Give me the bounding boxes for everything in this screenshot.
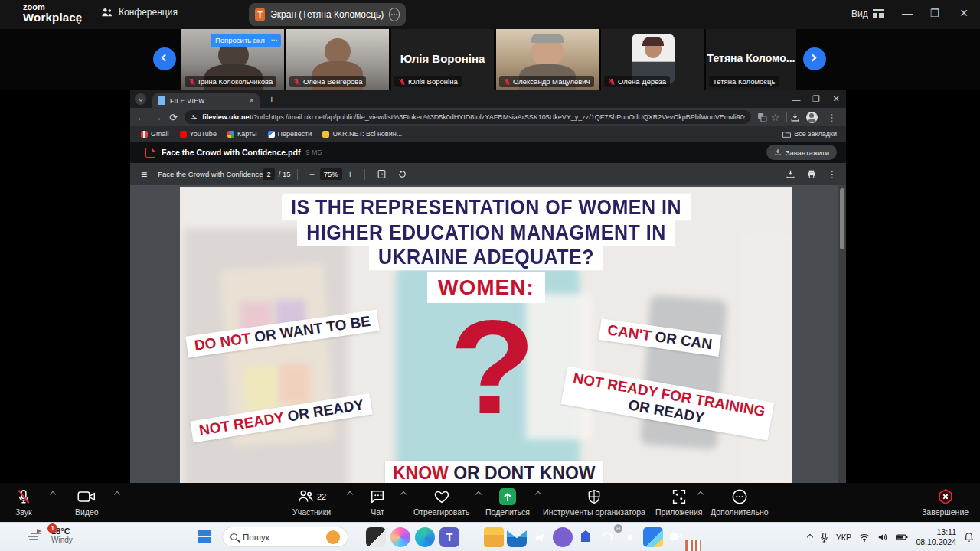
share-button[interactable]: Поделиться xyxy=(485,487,530,517)
tray-time: 13:11 xyxy=(937,527,957,536)
notifications-bell-icon[interactable] xyxy=(964,532,974,543)
bookmark-maps[interactable]: Карты xyxy=(227,130,257,138)
strip-next-button[interactable] xyxy=(803,47,826,70)
scrollbar-thumb[interactable] xyxy=(840,188,844,249)
file-explorer-button[interactable] xyxy=(484,527,504,547)
browser-maximize-button[interactable]: ❐ xyxy=(806,94,826,104)
ukrnet-icon xyxy=(322,131,329,138)
pdf-canvas[interactable]: IS THE REPRESENTATION OF WOMEN IN HIGHER… xyxy=(130,185,838,483)
bookmark-translate[interactable]: Перевести xyxy=(268,130,312,138)
ask-unmute-button[interactable]: Попросить вкл xyxy=(211,34,270,47)
forward-button[interactable]: → xyxy=(149,112,165,123)
audio-button[interactable]: Звук xyxy=(15,487,32,517)
zoom-out-button[interactable]: − xyxy=(309,169,315,180)
video-button[interactable]: Видео xyxy=(75,487,99,517)
tray-mic-icon[interactable] xyxy=(820,532,828,543)
photos-button[interactable] xyxy=(643,527,663,547)
maximize-button[interactable]: ❐ xyxy=(925,7,945,19)
language-indicator[interactable]: УКР xyxy=(836,533,852,542)
bookmark-star-icon[interactable]: ☆ xyxy=(767,112,783,123)
edge-button[interactable] xyxy=(415,527,435,547)
print-icon[interactable] xyxy=(806,169,817,179)
weather-widget[interactable]: 1 18°CWindy xyxy=(26,526,73,544)
viber-button[interactable] xyxy=(553,527,573,547)
meeting-tab[interactable]: Конференция xyxy=(101,7,178,18)
tray-expand-chevron[interactable] xyxy=(806,534,812,540)
participants-chevron[interactable] xyxy=(347,491,353,497)
tab-close-icon[interactable]: ✕ xyxy=(249,97,254,104)
translate-icon[interactable] xyxy=(757,112,767,122)
reload-button[interactable]: ⟳ xyxy=(165,112,181,123)
browser-window: FILE VIEW ✕ + — ❐ ✕ ← → ⟳ fileview.ukr.n… xyxy=(130,90,846,483)
search-box[interactable]: Пошук xyxy=(222,527,348,547)
logo-workplace: Workplace xyxy=(23,11,82,23)
share-chevron[interactable] xyxy=(535,491,541,497)
browser-minimize-button[interactable]: — xyxy=(786,95,806,104)
profile-avatar-icon[interactable] xyxy=(806,112,818,123)
apps-button[interactable]: Приложения xyxy=(655,487,702,517)
downloads-icon[interactable] xyxy=(790,112,800,122)
bookmark-gmail[interactable]: Gmail xyxy=(141,130,169,138)
screen-share-tab[interactable]: T Экран (Тетяна Коломоєць) ⋯ xyxy=(249,3,406,26)
chat-button[interactable]: Чат xyxy=(369,487,386,517)
audio-chevron[interactable] xyxy=(50,491,56,497)
chevron-down-icon[interactable] xyxy=(77,12,81,26)
fit-page-icon[interactable] xyxy=(377,169,387,179)
participant-tile[interactable]: Юлія Вороніна Юлія Вороніна xyxy=(391,29,494,90)
participant-tile[interactable]: Олена Венгерова xyxy=(286,29,389,90)
bookmark-youtube[interactable]: YouTube xyxy=(180,130,217,138)
back-button[interactable]: ← xyxy=(133,112,149,123)
tile-more-button[interactable]: ⋯ xyxy=(267,34,281,47)
search-placeholder: Пошук xyxy=(243,533,270,542)
pdf-filename: Face the Crowd with Confidence.pdf xyxy=(162,148,300,157)
pdf-menu-icon[interactable]: ≡ xyxy=(141,168,147,181)
copilot-button[interactable] xyxy=(390,527,410,547)
page-number-input[interactable]: 2 xyxy=(263,168,274,180)
participant-tile[interactable]: Олена Дереза xyxy=(601,29,704,90)
chat-chevron[interactable] xyxy=(400,491,407,497)
tab-search-button[interactable] xyxy=(135,93,146,105)
react-chevron[interactable] xyxy=(475,491,482,497)
host-tools-button[interactable]: Инструменты организатора xyxy=(548,487,640,517)
bookmark-ukrnet[interactable]: UKR.NET: Всі новин... xyxy=(322,130,402,138)
browser-menu-icon[interactable]: ⋮ xyxy=(824,112,840,123)
strip-prev-button[interactable] xyxy=(153,47,176,70)
clock[interactable]: 13:11 08.10.2024 xyxy=(916,527,956,547)
participant-tile[interactable]: Тетяна Коломо... Тетяна Коломоєць xyxy=(706,29,796,90)
zoom-level-value[interactable]: 75% xyxy=(320,168,342,180)
pdf-more-icon[interactable]: ⋮ xyxy=(828,169,837,180)
participant-tile[interactable]: Попросить вкл ⋯ Ірина Колокольчикова xyxy=(181,29,284,90)
download-file-button[interactable]: Завантажити xyxy=(766,145,837,160)
volume-icon[interactable] xyxy=(877,533,888,542)
zoom-in-button[interactable]: + xyxy=(348,169,353,180)
pdf-download-icon[interactable] xyxy=(786,169,795,179)
participants-button[interactable]: 22 Участники xyxy=(292,487,331,517)
more-label: Дополнительно xyxy=(710,507,769,517)
site-settings-icon[interactable] xyxy=(191,113,198,122)
view-button[interactable]: Вид xyxy=(851,8,868,19)
react-button[interactable]: Отреагировать xyxy=(413,487,469,517)
new-tab-button[interactable]: + xyxy=(269,93,275,105)
pdf-scrollbar[interactable] xyxy=(838,185,846,483)
tab-more-icon[interactable]: ⋯ xyxy=(389,8,400,21)
view-grid-icon[interactable] xyxy=(873,9,884,18)
start-button[interactable] xyxy=(198,530,211,543)
close-button[interactable]: ✕ xyxy=(954,7,974,19)
mail-button[interactable] xyxy=(507,527,527,547)
zoom-titlebar: zoom Workplace Конференция T Экран (Тетя… xyxy=(0,0,980,29)
browser-tab[interactable]: FILE VIEW ✕ xyxy=(152,93,260,108)
participant-tile[interactable]: Олександр Мацулевич xyxy=(496,29,599,90)
more-button[interactable]: Дополнительно xyxy=(710,487,769,517)
video-chevron[interactable] xyxy=(114,491,120,497)
address-bar[interactable]: fileview.ukr.net/?url=https://mail.ukr.n… xyxy=(185,110,751,124)
teams-button[interactable]: T xyxy=(439,527,459,547)
end-meeting-button[interactable]: Завершение xyxy=(922,487,969,517)
wifi-icon[interactable] xyxy=(859,533,870,542)
all-bookmarks-button[interactable]: Все закладки xyxy=(773,129,837,139)
task-view-button[interactable] xyxy=(366,527,386,547)
rotate-icon[interactable] xyxy=(397,169,407,179)
minimize-button[interactable]: — xyxy=(897,7,917,19)
browser-close-button[interactable]: ✕ xyxy=(826,94,846,104)
peeking-window-icon[interactable] xyxy=(685,540,701,551)
battery-icon[interactable] xyxy=(896,533,908,542)
